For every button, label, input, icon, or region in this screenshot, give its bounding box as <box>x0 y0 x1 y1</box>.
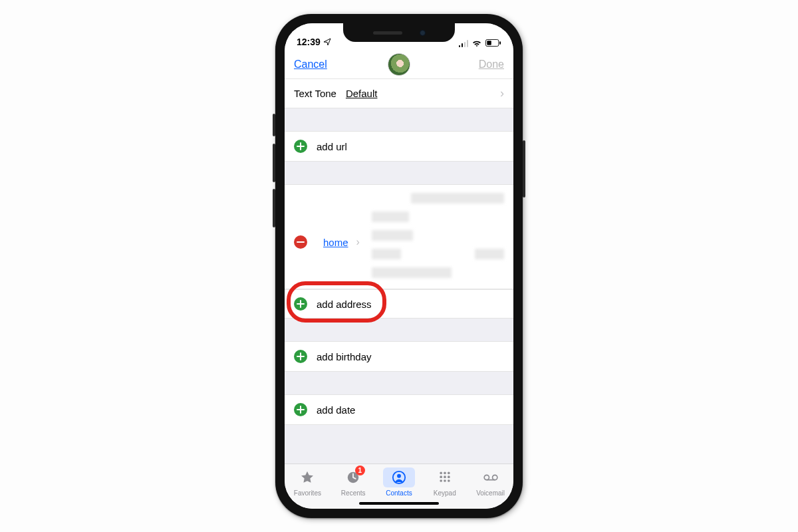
front-camera <box>420 30 426 36</box>
plus-icon <box>294 350 307 363</box>
add-url-row[interactable]: add url <box>285 132 513 161</box>
add-date-row[interactable]: add date <box>285 395 513 424</box>
add-birthday-label: add birthday <box>317 351 372 362</box>
edit-contact-header: Cancel Done <box>285 50 513 79</box>
text-tone-row[interactable]: Text Tone Default › <box>285 79 513 108</box>
add-address-row[interactable]: add address <box>285 289 513 319</box>
add-birthday-row[interactable]: add birthday <box>285 342 513 371</box>
power-button <box>523 140 525 198</box>
battery-icon <box>485 39 501 47</box>
svg-rect-1 <box>487 41 491 45</box>
volume-up-button <box>273 144 275 182</box>
contact-avatar[interactable] <box>388 53 410 76</box>
star-icon <box>300 470 315 485</box>
text-tone-label: Text Tone <box>294 88 336 99</box>
svg-point-14 <box>448 479 450 482</box>
add-url-label: add url <box>317 141 347 152</box>
date-group: add date <box>285 394 513 425</box>
svg-point-8 <box>448 471 450 474</box>
svg-point-15 <box>484 475 489 479</box>
svg-point-11 <box>448 475 450 478</box>
edit-contact-content: Text Tone Default › add url <box>285 79 513 464</box>
location-arrow-icon <box>323 37 331 48</box>
tab-keypad[interactable]: Keypad <box>422 464 467 499</box>
svg-point-6 <box>440 471 442 474</box>
section-spacer <box>285 372 513 394</box>
done-button[interactable]: Done <box>479 59 504 70</box>
cancel-button[interactable]: Cancel <box>294 59 327 70</box>
birthday-group: add birthday <box>285 341 513 372</box>
wifi-icon <box>471 39 482 47</box>
svg-point-10 <box>444 475 446 478</box>
add-address-label: add address <box>317 299 372 310</box>
mute-switch <box>273 114 275 136</box>
svg-point-12 <box>440 479 442 482</box>
home-indicator[interactable] <box>359 502 439 505</box>
voicemail-icon <box>483 470 498 485</box>
speaker-grille <box>373 31 402 35</box>
redacted-field <box>411 193 504 203</box>
notch <box>343 23 455 42</box>
chevron-right-icon: › <box>500 86 504 100</box>
svg-point-16 <box>492 475 497 479</box>
svg-rect-2 <box>499 41 501 45</box>
volume-down-button <box>273 189 275 227</box>
tab-contacts[interactable]: Contacts <box>376 464 422 499</box>
tab-label: Contacts <box>386 489 412 497</box>
address-fields-redacted <box>372 193 504 278</box>
address-group: home › <box>285 184 513 289</box>
svg-point-9 <box>440 475 442 478</box>
redacted-field <box>372 230 413 241</box>
plus-icon <box>294 140 307 153</box>
screen: 12:39 Cancel Done <box>285 23 513 509</box>
keypad-icon <box>438 470 452 485</box>
url-group: add url <box>285 131 513 162</box>
text-tone-value: Default <box>346 88 378 99</box>
add-address-container: add address <box>285 289 513 319</box>
recents-badge: 1 <box>355 466 365 475</box>
svg-point-13 <box>444 479 446 482</box>
chevron-right-icon: › <box>356 236 360 248</box>
section-spacer <box>285 319 513 341</box>
status-right <box>459 39 502 47</box>
tab-label: Recents <box>341 489 366 497</box>
redacted-field <box>372 211 409 222</box>
status-time: 12:39 <box>297 37 321 47</box>
home-address-row[interactable]: home › <box>294 193 504 278</box>
section-spacer <box>285 162 513 184</box>
phone-frame: 12:39 Cancel Done <box>275 14 523 518</box>
redacted-field <box>372 267 452 278</box>
contact-icon <box>392 470 406 485</box>
cellular-signal-icon <box>459 40 469 47</box>
plus-icon <box>294 297 307 311</box>
tab-label: Keypad <box>434 489 456 497</box>
status-time-group: 12:39 <box>297 37 331 47</box>
tab-recents[interactable]: 1 Recents <box>331 464 376 499</box>
redacted-field <box>372 249 504 259</box>
section-spacer <box>285 108 513 131</box>
svg-point-7 <box>444 471 446 474</box>
address-type-label[interactable]: home <box>323 237 348 248</box>
tab-label: Favorites <box>294 489 321 497</box>
svg-point-5 <box>397 473 401 477</box>
plus-icon <box>294 403 307 416</box>
tab-voicemail[interactable]: Voicemail <box>467 464 513 499</box>
minus-icon[interactable] <box>294 235 307 249</box>
tab-favorites[interactable]: Favorites <box>285 464 331 499</box>
tab-label: Voicemail <box>476 489 505 497</box>
add-date-label: add date <box>317 404 355 416</box>
